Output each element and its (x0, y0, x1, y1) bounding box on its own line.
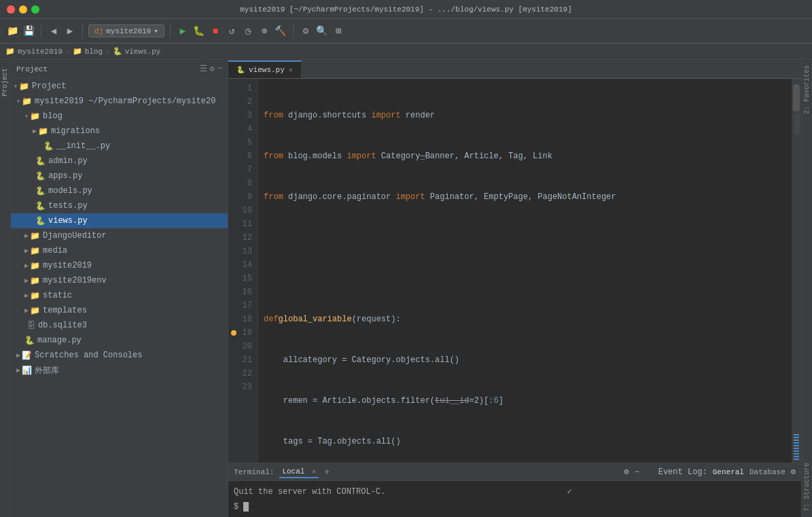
project-arrow: ▾ (14, 82, 18, 90)
tree-mysite2019[interactable]: ▾ 📁 mysite2019 ~/PycharmProjects/mysite2… (11, 94, 228, 109)
blog-folder-icon: 📁 (30, 111, 40, 122)
sidebar-header-icons: ☰ ⚙ − (200, 64, 222, 74)
favorites-tab[interactable]: 2: Favorites (802, 60, 812, 120)
back-icon[interactable]: ◀ (47, 24, 60, 38)
sidebar-settings-icon[interactable]: ⚙ (210, 64, 215, 74)
bottom-gear-icon[interactable]: ⚙ (624, 467, 629, 477)
search-icon[interactable]: 🔍 (315, 24, 329, 38)
breadcrumb-project[interactable]: 📁 (5, 47, 15, 56)
mysite2019env-icon: 📁 (30, 276, 40, 286)
build-icon[interactable]: 🔨 (274, 24, 287, 38)
media-arrow: ▶ (24, 247, 29, 255)
tree-static[interactable]: ▶ 📁 static (11, 288, 228, 303)
terminal-close-icon[interactable]: ✕ (312, 468, 316, 476)
code-line-5 (264, 272, 786, 285)
tree-templates[interactable]: ▶ 📁 templates (11, 303, 228, 318)
tree-manage[interactable]: 🐍 manage.py (11, 333, 228, 348)
local-label: Local (282, 467, 304, 476)
tree-project-header[interactable]: ▾ 📁 Project (11, 79, 228, 94)
window-controls[interactable] (7, 5, 39, 14)
line-num-23: 23 (228, 380, 258, 394)
templates-folder-icon: 📁 (30, 306, 40, 316)
tree-admin[interactable]: 🐍 admin.py (11, 154, 228, 168)
tab-close-button[interactable]: ✕ (289, 66, 293, 74)
database-tab[interactable]: Database (749, 468, 785, 476)
minimize-button[interactable] (19, 5, 27, 14)
tree-apps[interactable]: 🐍 apps.py (11, 168, 228, 183)
tree-blog[interactable]: ▾ 📁 blog (11, 109, 228, 124)
migrations-label: migrations (51, 126, 100, 136)
line-num-22: 22 (228, 367, 258, 380)
sidebar-collapse-icon[interactable]: − (217, 64, 222, 74)
apps-label: apps.py (48, 171, 82, 181)
scroll-thumb[interactable] (793, 84, 800, 111)
structure-tab[interactable]: 7: Structure (802, 457, 812, 517)
line-num-8: 8 (228, 177, 258, 190)
tree-ext-libs[interactable]: ▶ 📊 外部库 (11, 363, 228, 378)
terminal-local-tab[interactable]: Local ✕ (279, 466, 319, 478)
code-content[interactable]: from django.shortcuts import render from… (258, 79, 792, 463)
db-file-icon: 🗄 (27, 321, 35, 331)
toolbar-divider-4 (293, 24, 294, 38)
coverage-icon[interactable]: ⊕ (258, 24, 271, 38)
ext-libs-label: 外部库 (35, 365, 59, 376)
project-label: Project (32, 82, 66, 91)
mini-line (794, 118, 800, 120)
scroll-marker (794, 456, 799, 457)
terminal-cursor (243, 502, 249, 512)
event-log-gear-icon[interactable]: ⚙ (791, 467, 796, 477)
models-file-icon: 🐍 (35, 186, 46, 196)
tree-models[interactable]: 🐍 models.py (11, 183, 228, 198)
bug-icon[interactable]: 🐛 (192, 24, 206, 38)
tab-views-py[interactable]: 🐍 views.py ✕ (228, 60, 302, 78)
code-line-8: remen = Article.objects.filter(tui__id=2… (264, 394, 786, 408)
breadcrumb-file[interactable]: views.py (125, 48, 161, 56)
check-icon: ✓ (567, 487, 571, 497)
rerun-icon[interactable]: ↺ (225, 24, 239, 38)
run-icon[interactable]: ▶ (176, 24, 190, 38)
tree-tests[interactable]: 🐍 tests.py (11, 198, 228, 213)
general-tab[interactable]: General (713, 468, 744, 476)
terminal-icon[interactable]: ⊞ (332, 24, 345, 38)
breadcrumb-project-label[interactable]: mysite2019 (18, 48, 63, 56)
maximize-button[interactable] (31, 5, 39, 14)
tree-views[interactable]: 🐍 views.py (11, 213, 228, 228)
tree-migrations[interactable]: ▶ 📁 migrations (11, 124, 228, 139)
tree-media[interactable]: ▶ 📁 media (11, 243, 228, 258)
right-tabs: 2: Favorites 7: Structure (801, 60, 812, 517)
tree-mysite2019-inner[interactable]: ▶ 📁 mysite2019 (11, 258, 228, 273)
tree-db[interactable]: 🗄 db.sqlite3 (11, 318, 228, 333)
code-line-9: tags = Tag.objects.all() (264, 435, 786, 448)
sidebar-options-icon[interactable]: ☰ (200, 64, 207, 74)
toolbar-divider-2 (82, 24, 83, 38)
terminal-add-button[interactable]: + (324, 467, 330, 478)
tree-mysite2019env[interactable]: ▶ 📁 mysite2019env (11, 273, 228, 288)
editor-scrollbar[interactable] (792, 79, 801, 463)
forward-icon[interactable]: ▶ (63, 24, 77, 38)
bottom-minus-icon[interactable]: − (635, 467, 639, 477)
line-num-15: 15 (228, 272, 258, 285)
mini-line (794, 132, 800, 134)
git-icon[interactable]: ⚙ (299, 24, 313, 38)
folder-icon[interactable]: 📁 (5, 24, 19, 38)
blog-label: blog (43, 111, 63, 121)
tree-init[interactable]: 🐍 __init__.py (11, 139, 228, 154)
project-tab[interactable]: Project (0, 63, 10, 102)
event-log-label: Event Log: (658, 467, 707, 477)
mysite2019-folder-icon: 📁 (22, 96, 32, 107)
tree-scratches[interactable]: ▶ 📝 Scratches and Consoles (11, 348, 228, 363)
mysite2019-inner-icon: 📁 (30, 261, 40, 271)
close-button[interactable] (7, 5, 15, 14)
templates-label: templates (43, 306, 87, 315)
sidebar-content: ▾ 📁 Project ▾ 📁 mysite2019 ~/PycharmProj… (11, 79, 228, 517)
tree-djangoueditor[interactable]: ▶ 📁 DjangoUeditor (11, 228, 228, 243)
breadcrumb-blog[interactable]: blog (85, 48, 103, 56)
line-num-21: 21 (228, 353, 258, 367)
stop-icon[interactable]: ■ (209, 24, 222, 38)
mini-line (794, 122, 800, 124)
project-selector[interactable]: dj mysite2019 ▾ (88, 24, 164, 37)
db-label: db.sqlite3 (38, 321, 87, 330)
profile-icon[interactable]: ◷ (241, 24, 255, 38)
save-icon[interactable]: 💾 (22, 24, 35, 38)
toolbar-divider-1 (41, 24, 41, 38)
